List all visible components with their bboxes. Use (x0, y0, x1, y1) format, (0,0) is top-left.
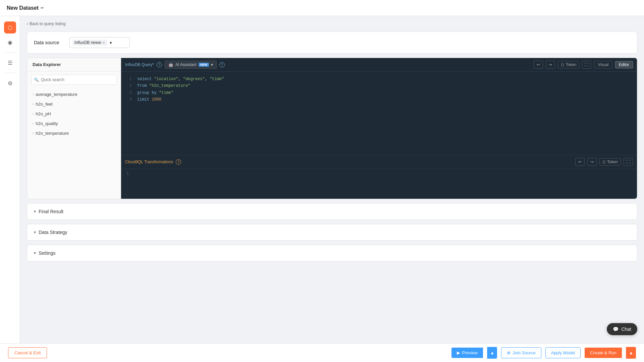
item-chevron: › (33, 93, 34, 96)
ai-chevron-icon: ▾ (211, 62, 213, 67)
list-item[interactable]: › h2o_pH (27, 109, 121, 119)
preview-arrow-icon: ▲ (490, 350, 494, 355)
ai-label-text: AI Assistant (175, 62, 197, 67)
item-chevron: › (33, 122, 34, 125)
final-result-header[interactable]: ▾ Final Result (27, 203, 637, 220)
code-content: group by "time" (137, 89, 173, 96)
cloudql-token-icon: ⟨⟩ (602, 160, 606, 164)
sidebar-icon-database[interactable]: ⬡ (4, 21, 16, 34)
list-item[interactable]: › h2o_feet (27, 99, 121, 109)
data-source-section: Data source InfluxDB neww ✕ ▾ (27, 32, 637, 54)
fullscreen-button[interactable]: ⛶ (582, 61, 591, 69)
line-number: 3 (126, 89, 132, 96)
influx-help-icon[interactable]: ? (157, 62, 162, 67)
list-item[interactable]: › h2o_temperature (27, 128, 121, 138)
final-result-section: ▾ Final Result (27, 203, 637, 220)
line-number: 4 (126, 96, 132, 103)
list-item[interactable]: › average_temperature (27, 89, 121, 99)
sidebar-icon-list[interactable]: ☰ (4, 57, 16, 69)
item-label: h2o_pH (36, 111, 51, 116)
code-content: from "h2o_temperature" (137, 82, 190, 89)
cloudql-redo-button[interactable]: ↪ (587, 158, 597, 166)
join-source-label: Join Source (513, 350, 536, 355)
explorer-list: › average_temperature › h2o_feet › h2o_p… (27, 88, 121, 199)
code-editor[interactable]: 1 select "location", "degrees", "time" 2… (121, 72, 637, 155)
cloudql-undo-button[interactable]: ↩ (575, 158, 585, 166)
cloudql-token-button[interactable]: ⟨⟩ Token (599, 158, 621, 166)
chat-button[interactable]: 💬 Chat (607, 323, 637, 335)
main-content: ‹ Back to query listing Data source Infl… (20, 16, 644, 362)
create-run-button[interactable]: Create & Run (585, 348, 622, 358)
sidebar-divider (5, 52, 15, 53)
top-bar: New Dataset ✏ (0, 0, 644, 16)
main-layout: ⬡ ◉ ☰ ⚙ ‹ Back to query listing Data sou… (0, 16, 644, 362)
datasource-tag-close[interactable]: ✕ (102, 41, 105, 45)
data-explorer: Data Explorer 🔍 › average_temperature › … (27, 58, 121, 199)
data-strategy-header[interactable]: ▾ Data Strategy (27, 224, 637, 240)
join-source-button[interactable]: ⊕ Join Source (501, 347, 541, 358)
search-icon: 🔍 (34, 77, 39, 82)
redo-button[interactable]: ↪ (546, 61, 555, 69)
ai-badge: NEW (199, 63, 209, 67)
create-run-dropdown-button[interactable]: ▲ (626, 347, 636, 359)
datasource-dropdown-arrow: ▾ (110, 40, 112, 45)
settings-title: Settings (39, 250, 56, 256)
view-editor-button[interactable]: Editor (615, 61, 633, 68)
cloudql-toolbar: Cloud9QL Transformations ? ↩ ↪ ⟨⟩ Token … (121, 155, 637, 169)
datasource-row: Data source InfluxDB neww ✕ ▾ (34, 37, 630, 48)
query-section-inner: Data Explorer 🔍 › average_temperature › … (27, 58, 637, 199)
preview-button[interactable]: ▶ Preview (451, 348, 483, 358)
settings-header[interactable]: ▾ Settings (27, 245, 637, 261)
item-chevron: › (33, 131, 34, 135)
code-content: limit 1000 (137, 96, 161, 103)
edit-title-icon[interactable]: ✏ (41, 6, 44, 10)
apply-model-button[interactable]: Apply Model (545, 347, 581, 358)
cloudql-pane: Cloud9QL Transformations ? ↩ ↪ ⟨⟩ Token … (121, 155, 637, 199)
ai-help-icon[interactable]: ? (219, 62, 225, 67)
sidebar-icon-eye[interactable]: ◉ (4, 36, 16, 48)
token-button[interactable]: ⟨⟩ Token (558, 61, 579, 68)
final-result-title: Final Result (39, 209, 63, 214)
data-explorer-title: Data Explorer (27, 58, 121, 71)
create-run-label: Create & Run (590, 350, 616, 355)
code-content: select "location", "degrees", "time" (137, 76, 224, 82)
undo-button[interactable]: ↩ (534, 61, 543, 69)
datasource-label: Data source (34, 40, 64, 45)
final-result-chevron: ▾ (34, 209, 36, 214)
influx-query-label: InfluxDB Query* (125, 62, 154, 67)
create-arrow-icon: ▲ (629, 350, 633, 355)
influx-pane-toolbar: InfluxDB Query* ? 🤖 AI Assistant NEW ▾ ? (121, 58, 637, 72)
cloudql-help-icon[interactable]: ? (176, 159, 181, 165)
cloudql-token-label: Token (607, 160, 618, 164)
back-link-text: Back to query listing (30, 21, 65, 26)
ai-assistant-button[interactable]: 🤖 AI Assistant NEW ▾ (165, 61, 217, 69)
preview-label: Preview (462, 350, 478, 355)
bottom-toolbar: Cancel & Exit ▶ Preview ▲ ⊕ Join Source … (0, 343, 644, 362)
view-visual-button[interactable]: Visual (594, 61, 612, 68)
search-input[interactable] (31, 75, 117, 85)
chat-label: Chat (621, 326, 631, 332)
cancel-exit-button[interactable]: Cancel & Exit (8, 347, 47, 358)
item-label: h2o_feet (36, 102, 53, 107)
line-number: 1 (126, 76, 132, 82)
preview-dropdown-button[interactable]: ▲ (487, 347, 497, 359)
item-chevron: › (33, 112, 34, 116)
datasource-select[interactable]: InfluxDB neww ✕ ▾ (69, 37, 130, 48)
sidebar: ⬡ ◉ ☰ ⚙ (0, 16, 20, 362)
cloudql-editor[interactable]: 1 (121, 169, 637, 199)
list-item[interactable]: › h2o_quality (27, 119, 121, 128)
data-strategy-title: Data Strategy (39, 230, 67, 235)
token-icon: ⟨⟩ (561, 62, 564, 67)
code-line-3: 3 group by "time" (126, 89, 632, 96)
item-label: h2o_quality (36, 121, 58, 126)
back-link[interactable]: ‹ Back to query listing (27, 21, 637, 26)
cloudql-label: Cloud9QL Transformations (125, 160, 173, 164)
page-title: New Dataset ✏ (7, 5, 44, 11)
code-line-4: 4 limit 1000 (126, 96, 632, 103)
ai-robot-icon: 🤖 (168, 62, 173, 67)
sidebar-icon-gear[interactable]: ⚙ (4, 77, 16, 89)
item-chevron: › (33, 102, 34, 106)
cloudql-fullscreen-button[interactable]: ⛶ (624, 158, 633, 166)
chat-icon: 💬 (613, 326, 619, 332)
code-line-2: 2 from "h2o_temperature" (126, 82, 632, 89)
